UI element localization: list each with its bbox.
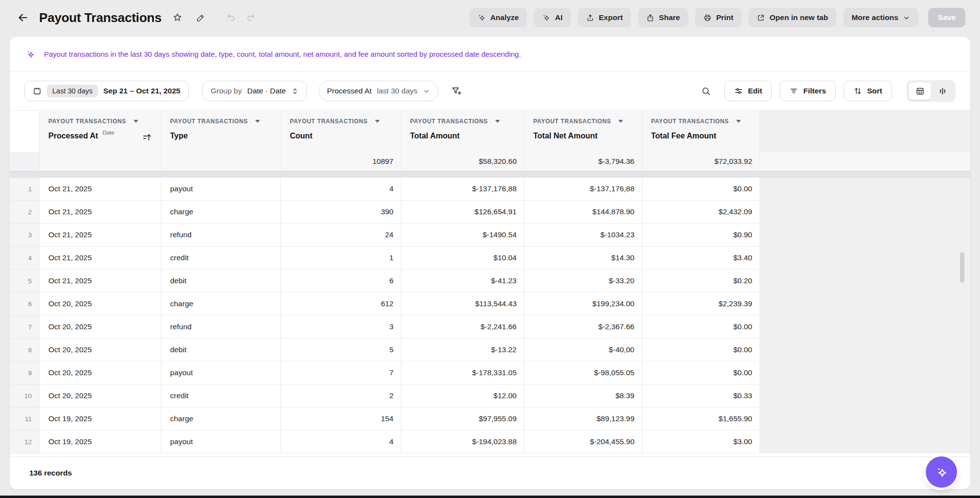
cell-count[interactable]: 6 bbox=[281, 270, 401, 293]
cell-total-net-amount[interactable]: $199,234.00 bbox=[524, 293, 642, 316]
table-row[interactable]: 10 Oct 20, 2025 credit 2 $12.00 $8.39 $0… bbox=[10, 385, 970, 407]
cell-total-amount[interactable]: $-194,023.88 bbox=[401, 430, 524, 453]
cell-count[interactable]: 5 bbox=[281, 339, 401, 362]
table-view-toggle[interactable] bbox=[909, 82, 931, 100]
cell-type[interactable]: payout bbox=[161, 178, 281, 201]
cell-processed-at[interactable]: Oct 20, 2025 bbox=[39, 385, 161, 407]
cell-type[interactable]: charge bbox=[161, 201, 281, 224]
row-number[interactable]: 7 bbox=[10, 316, 39, 339]
cell-count[interactable]: 612 bbox=[281, 293, 401, 316]
cell-processed-at[interactable]: Oct 21, 2025 bbox=[39, 224, 161, 247]
table-row[interactable]: 7 Oct 20, 2025 refund 3 $-2,241.66 $-2,3… bbox=[10, 316, 970, 339]
cell-total-fee-amount[interactable]: $0.33 bbox=[642, 385, 760, 407]
share-button[interactable]: Share bbox=[638, 8, 688, 27]
print-button[interactable]: Print bbox=[695, 8, 741, 27]
cell-processed-at[interactable]: Oct 20, 2025 bbox=[39, 316, 161, 339]
cell-type[interactable]: debit bbox=[161, 339, 281, 362]
column-header-total-net-amount[interactable]: PAYOUT TRANSACTIONS Total Net Amount bbox=[524, 111, 642, 152]
back-button[interactable] bbox=[15, 9, 31, 26]
save-button[interactable]: Save bbox=[928, 8, 965, 27]
table-row[interactable]: 8 Oct 20, 2025 debit 5 $-13.22 $-40,00 $… bbox=[10, 339, 970, 362]
row-number[interactable]: 11 bbox=[10, 407, 39, 430]
cell-total-fee-amount[interactable]: $0.00 bbox=[642, 362, 760, 385]
cell-total-fee-amount[interactable]: $0.20 bbox=[642, 270, 760, 293]
cell-total-net-amount[interactable]: $-137,176,88 bbox=[524, 178, 642, 201]
cell-type[interactable]: refund bbox=[161, 224, 281, 247]
row-number[interactable]: 1 bbox=[10, 178, 39, 201]
cell-total-amount[interactable]: $-137,176,88 bbox=[401, 178, 524, 201]
cell-total-amount[interactable]: $97,955.09 bbox=[401, 407, 524, 430]
cell-total-net-amount[interactable]: $89,123.99 bbox=[524, 407, 642, 430]
cell-total-net-amount[interactable]: $-1034.23 bbox=[524, 224, 642, 247]
cell-count[interactable]: 4 bbox=[281, 430, 401, 453]
more-actions-button[interactable]: More actions bbox=[843, 8, 918, 27]
column-header-processed-at[interactable]: PAYOUT TRANSACTIONS Processed At Date bbox=[39, 111, 161, 152]
cell-processed-at[interactable]: Oct 19, 2025 bbox=[39, 407, 161, 430]
cell-total-net-amount[interactable]: $-98,055.05 bbox=[524, 362, 642, 385]
cell-total-amount[interactable]: $-41.23 bbox=[401, 270, 524, 293]
row-number[interactable]: 4 bbox=[10, 247, 39, 270]
column-menu-icon[interactable] bbox=[375, 120, 380, 123]
analyze-button[interactable]: Analyze bbox=[469, 8, 527, 27]
cell-total-net-amount[interactable]: $-40,00 bbox=[524, 339, 642, 362]
ai-button[interactable]: AI bbox=[534, 8, 571, 27]
search-button[interactable] bbox=[697, 82, 715, 100]
sort-indicator-icon[interactable] bbox=[141, 132, 153, 143]
cell-type[interactable]: payout bbox=[161, 362, 281, 385]
cell-count[interactable]: 2 bbox=[281, 385, 401, 407]
table-row[interactable]: 9 Oct 20, 2025 payout 7 $-178,331.05 $-9… bbox=[10, 362, 970, 385]
favorite-star-icon[interactable] bbox=[170, 10, 185, 25]
cell-count[interactable]: 24 bbox=[281, 224, 401, 247]
cell-count[interactable]: 4 bbox=[281, 178, 401, 201]
cell-type[interactable]: charge bbox=[161, 407, 281, 430]
cell-total-fee-amount[interactable]: $2,239.39 bbox=[642, 293, 760, 316]
table-row[interactable]: 4 Oct 21, 2025 credit 1 $10.04 $14.30 $3… bbox=[10, 247, 970, 270]
cell-type[interactable]: credit bbox=[161, 247, 281, 270]
cell-processed-at[interactable]: Oct 20, 2025 bbox=[39, 339, 161, 362]
cell-total-net-amount[interactable]: $144,878.90 bbox=[524, 201, 642, 224]
cell-count[interactable]: 3 bbox=[281, 316, 401, 339]
cell-processed-at[interactable]: Oct 21, 2025 bbox=[39, 178, 161, 201]
column-menu-icon[interactable] bbox=[618, 120, 623, 123]
column-header-count[interactable]: PAYOUT TRANSACTIONS Count bbox=[281, 111, 401, 152]
cell-total-amount[interactable]: $-178,331.05 bbox=[401, 362, 524, 385]
filters-button[interactable]: Filters bbox=[780, 81, 836, 101]
cell-processed-at[interactable]: Oct 21, 2025 bbox=[39, 201, 161, 224]
cell-total-fee-amount[interactable]: $0.00 bbox=[642, 178, 760, 201]
date-preset-badge[interactable]: Last 30 days bbox=[47, 85, 98, 97]
cell-total-amount[interactable]: $10.04 bbox=[401, 247, 524, 270]
table-row[interactable]: 1 Oct 21, 2025 payout 4 $-137,176,88 $-1… bbox=[10, 178, 970, 201]
cell-processed-at[interactable]: Oct 21, 2025 bbox=[39, 247, 161, 270]
row-number[interactable]: 12 bbox=[10, 430, 39, 453]
cell-processed-at[interactable]: Oct 20, 2025 bbox=[39, 362, 161, 385]
export-button[interactable]: Export bbox=[578, 8, 631, 27]
column-menu-icon[interactable] bbox=[736, 120, 741, 123]
table-scrollbar[interactable] bbox=[960, 252, 964, 283]
table-row[interactable]: 6 Oct 20, 2025 charge 612 $113,544.43 $1… bbox=[10, 293, 970, 316]
column-menu-icon[interactable] bbox=[495, 120, 500, 123]
row-number[interactable]: 6 bbox=[10, 293, 39, 316]
cell-total-net-amount[interactable]: $-204,455.90 bbox=[524, 430, 642, 453]
table-row[interactable]: 3 Oct 21, 2025 refund 24 $-1490.54 $-103… bbox=[10, 224, 970, 247]
rename-pencil-icon[interactable] bbox=[193, 10, 209, 25]
table-row[interactable]: 11 Oct 19, 2025 charge 154 $97,955.09 $8… bbox=[10, 407, 970, 430]
table-row[interactable]: 2 Oct 21, 2025 charge 390 $126,654,91 $1… bbox=[10, 201, 970, 224]
cell-total-fee-amount[interactable]: $0.00 bbox=[642, 339, 760, 362]
cell-total-amount[interactable]: $126,654,91 bbox=[401, 201, 524, 224]
sort-button[interactable]: Sort bbox=[844, 81, 892, 101]
chart-view-toggle[interactable] bbox=[931, 82, 954, 100]
cell-total-net-amount[interactable]: $14.30 bbox=[524, 247, 642, 270]
row-number[interactable]: 3 bbox=[10, 224, 39, 247]
cell-processed-at[interactable]: Oct 20, 2025 bbox=[39, 293, 161, 316]
column-menu-icon[interactable] bbox=[255, 120, 260, 123]
cell-total-net-amount[interactable]: $-2,367.66 bbox=[524, 316, 642, 339]
open-in-new-tab-button[interactable]: Open in new tab bbox=[748, 8, 836, 27]
row-number[interactable]: 2 bbox=[10, 201, 39, 224]
cell-count[interactable]: 1 bbox=[281, 247, 401, 270]
processed-at-filter-pill[interactable]: Processed At last 30 days bbox=[319, 81, 438, 101]
group-by-select[interactable]: Group by Date · Date bbox=[202, 81, 307, 101]
cell-total-fee-amount[interactable]: $3.40 bbox=[642, 247, 760, 270]
cell-count[interactable]: 7 bbox=[281, 362, 401, 385]
cell-total-amount[interactable]: $12.00 bbox=[401, 385, 524, 407]
cell-total-fee-amount[interactable]: $1,655.90 bbox=[642, 407, 760, 430]
